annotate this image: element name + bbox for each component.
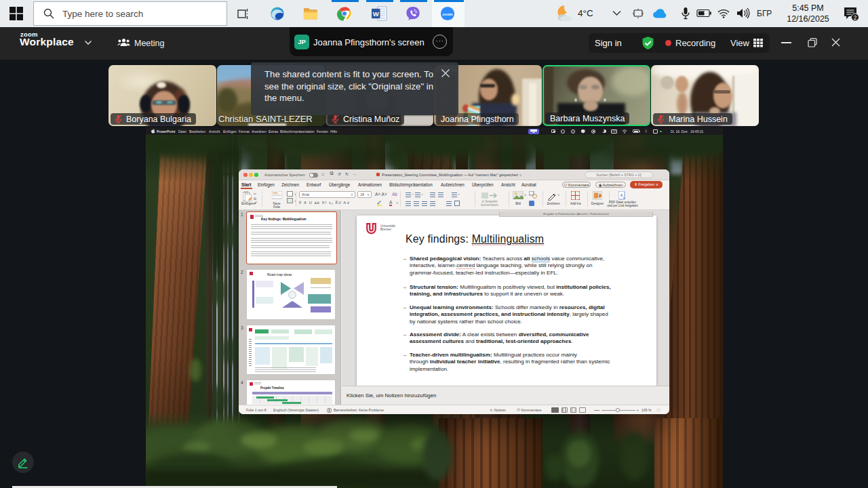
svg-text:W: W [373, 10, 379, 18]
svg-text:A: A [620, 193, 623, 197]
svg-text:2: 2 [854, 14, 857, 21]
svg-text:zoom: zoom [443, 12, 453, 16]
